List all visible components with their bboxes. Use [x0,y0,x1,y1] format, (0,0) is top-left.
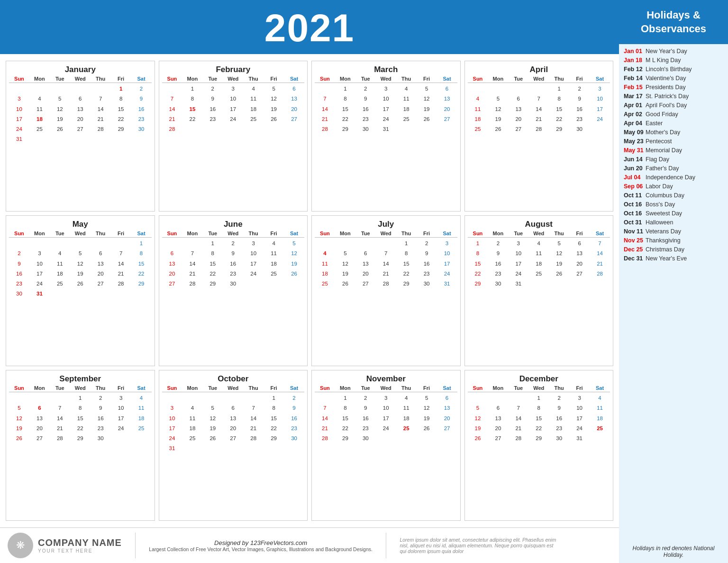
day-cell: 6 [223,403,243,413]
day-cell: 28 [182,279,202,289]
day-cell: 23 [9,279,29,289]
day-header-thu: Thu [396,385,417,391]
main-content: 2021 JanuarySunMonTueWedThuFriSat1234567… [0,0,619,563]
day-cell: 17 [508,259,528,269]
day-cell: 5 [264,84,284,94]
day-header-sat: Sat [131,385,152,391]
day-cell: 18 [243,104,264,114]
day-cell: 11 [528,249,549,258]
day-cell: 1 [396,239,417,249]
day-cell: 27 [437,114,457,124]
day-cell: 28 [91,124,111,134]
day-cell: 23 [355,424,376,434]
day-cell: 20 [355,269,376,279]
day-cell: 10 [569,403,590,413]
day-cell: 9 [549,403,569,413]
holiday-name: Boss's Day [646,201,675,208]
day-header-tue: Tue [50,76,70,82]
year-header: 2021 [0,0,619,54]
day-header-mon: Mon [182,76,202,82]
day-cell: 13 [29,414,50,424]
holiday-name: Father's Day [646,165,679,172]
day-cell: 1 [131,239,152,249]
day-cell: 8 [335,403,355,413]
day-headers: SunMonTueWedThuFriSat [9,231,152,238]
day-header-sat: Sat [284,76,304,82]
day-cell: 29 [131,279,152,289]
cal-days: 1234567891011121314151617181920212223242… [162,239,305,289]
empty-cell [335,239,355,249]
day-cell: 26 [9,434,29,443]
day-cell: 14 [376,259,396,269]
day-cell: 10 [243,249,264,258]
day-cell: 29 [335,434,355,443]
holiday-date: Apr 02 [624,111,646,118]
month-name: May [9,218,152,231]
day-cell: 24 [162,434,182,443]
day-cell: 3 [162,403,182,413]
day-cell: 30 [355,434,376,443]
day-cell: 16 [202,104,223,114]
day-cell: 1 [528,393,549,403]
day-header-tue: Tue [508,231,528,236]
day-cell: 23 [202,114,223,124]
day-cell: 24 [376,424,396,434]
day-cell: 6 [569,239,590,249]
day-header-mon: Mon [29,385,50,391]
empty-cell [50,239,70,249]
day-cell: 12 [417,403,437,413]
day-cell: 10 [9,104,29,114]
day-cell: 2 [131,84,152,94]
empty-cell [468,393,488,403]
holiday-item: May 09 Mother's Day [624,129,723,136]
empty-cell [70,84,91,94]
day-cell: 4 [264,239,284,249]
day-cell: 8 [70,403,91,413]
day-cell: 28 [590,269,610,279]
day-cell: 15 [131,259,152,269]
day-header-fri: Fri [417,385,437,391]
day-cell: 20 [488,424,508,434]
day-cell: 28 [528,124,549,134]
holiday-item: Feb 12 Lincoln's Birthday [624,66,723,73]
holiday-name: New Year's Eve [646,255,687,262]
day-cell: 20 [508,114,528,124]
day-cell: 15 [264,414,284,424]
day-cell: 4 [396,393,417,403]
day-header-sun: Sun [315,231,335,236]
day-cell: 31 [9,134,29,144]
day-cell: 19 [335,269,355,279]
day-cell: 5 [417,393,437,403]
month-block-january: JanuarySunMonTueWedThuFriSat123456789101… [6,61,155,212]
day-cell: 15 [335,104,355,114]
holiday-name: Columbus Day [646,192,684,199]
day-cell: 24 [223,114,243,124]
month-name: January [9,63,152,76]
holiday-date: Jul 04 [624,174,646,181]
day-cell: 25 [468,124,488,134]
day-cell: 21 [590,259,610,269]
day-cell: 12 [549,249,569,258]
day-cell: 18 [528,259,549,269]
day-header-thu: Thu [396,231,417,236]
company-logo-icon: ❋ [8,533,33,558]
day-header-sat: Sat [437,385,457,391]
empty-cell [202,393,223,403]
day-header-mon: Mon [29,231,50,236]
day-cell: 18 [29,114,50,124]
holiday-date: Oct 16 [624,201,646,208]
day-cell: 10 [437,249,457,258]
day-cell: 6 [29,403,50,413]
day-cell: 20 [29,424,50,434]
day-cell: 19 [264,104,284,114]
holiday-item: Jan 18 M L King Day [624,57,723,64]
holiday-date: May 09 [624,129,646,136]
day-cell: 4 [590,393,610,403]
day-cell: 21 [111,269,131,279]
holiday-name: Valentine's Day [646,75,686,82]
day-headers: SunMonTueWedThuFriSat [9,76,152,83]
day-cell: 7 [243,403,264,413]
day-cell: 29 [335,124,355,134]
day-cell: 7 [528,94,549,104]
day-header-tue: Tue [508,76,528,82]
